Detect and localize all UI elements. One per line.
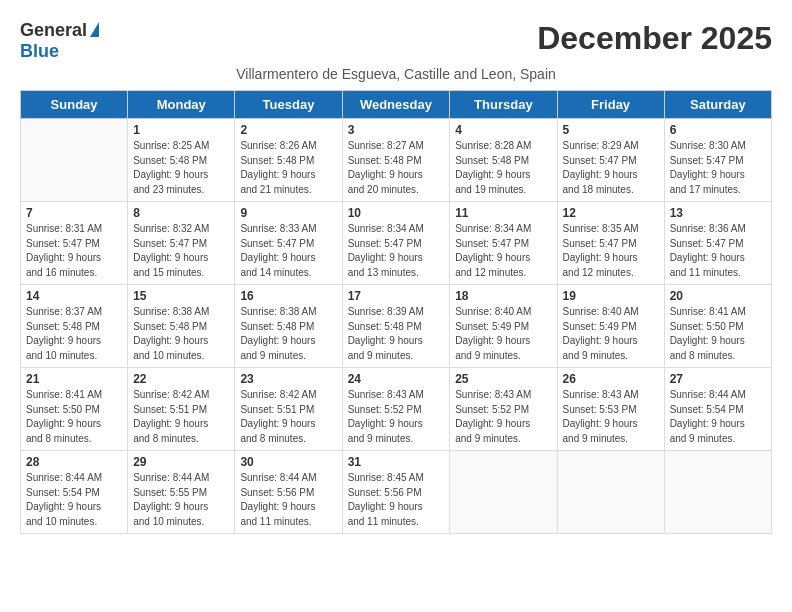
day-number: 2 bbox=[240, 123, 336, 137]
day-number: 1 bbox=[133, 123, 229, 137]
day-number: 12 bbox=[563, 206, 659, 220]
weekday-header-wednesday: Wednesday bbox=[342, 91, 450, 119]
calendar-cell: 21Sunrise: 8:41 AM Sunset: 5:50 PM Dayli… bbox=[21, 368, 128, 451]
calendar-cell: 26Sunrise: 8:43 AM Sunset: 5:53 PM Dayli… bbox=[557, 368, 664, 451]
day-number: 19 bbox=[563, 289, 659, 303]
day-number: 26 bbox=[563, 372, 659, 386]
location-subtitle: Villarmentero de Esgueva, Castille and L… bbox=[20, 66, 772, 82]
calendar-cell bbox=[557, 451, 664, 534]
day-info: Sunrise: 8:26 AM Sunset: 5:48 PM Dayligh… bbox=[240, 139, 336, 197]
day-info: Sunrise: 8:45 AM Sunset: 5:56 PM Dayligh… bbox=[348, 471, 445, 529]
day-number: 30 bbox=[240, 455, 336, 469]
day-number: 28 bbox=[26, 455, 122, 469]
calendar-cell: 18Sunrise: 8:40 AM Sunset: 5:49 PM Dayli… bbox=[450, 285, 557, 368]
weekday-header-saturday: Saturday bbox=[664, 91, 771, 119]
calendar-cell: 5Sunrise: 8:29 AM Sunset: 5:47 PM Daylig… bbox=[557, 119, 664, 202]
day-info: Sunrise: 8:41 AM Sunset: 5:50 PM Dayligh… bbox=[670, 305, 766, 363]
day-number: 13 bbox=[670, 206, 766, 220]
weekday-header-tuesday: Tuesday bbox=[235, 91, 342, 119]
day-number: 17 bbox=[348, 289, 445, 303]
day-info: Sunrise: 8:43 AM Sunset: 5:53 PM Dayligh… bbox=[563, 388, 659, 446]
day-number: 31 bbox=[348, 455, 445, 469]
calendar-cell: 31Sunrise: 8:45 AM Sunset: 5:56 PM Dayli… bbox=[342, 451, 450, 534]
weekday-header-thursday: Thursday bbox=[450, 91, 557, 119]
day-info: Sunrise: 8:43 AM Sunset: 5:52 PM Dayligh… bbox=[455, 388, 551, 446]
day-info: Sunrise: 8:44 AM Sunset: 5:54 PM Dayligh… bbox=[26, 471, 122, 529]
logo-triangle-icon bbox=[90, 22, 99, 37]
day-info: Sunrise: 8:33 AM Sunset: 5:47 PM Dayligh… bbox=[240, 222, 336, 280]
day-info: Sunrise: 8:34 AM Sunset: 5:47 PM Dayligh… bbox=[455, 222, 551, 280]
calendar-cell: 13Sunrise: 8:36 AM Sunset: 5:47 PM Dayli… bbox=[664, 202, 771, 285]
calendar-cell: 10Sunrise: 8:34 AM Sunset: 5:47 PM Dayli… bbox=[342, 202, 450, 285]
calendar-cell: 27Sunrise: 8:44 AM Sunset: 5:54 PM Dayli… bbox=[664, 368, 771, 451]
day-number: 9 bbox=[240, 206, 336, 220]
calendar-cell: 2Sunrise: 8:26 AM Sunset: 5:48 PM Daylig… bbox=[235, 119, 342, 202]
calendar-cell bbox=[21, 119, 128, 202]
day-info: Sunrise: 8:38 AM Sunset: 5:48 PM Dayligh… bbox=[240, 305, 336, 363]
calendar-cell: 4Sunrise: 8:28 AM Sunset: 5:48 PM Daylig… bbox=[450, 119, 557, 202]
day-info: Sunrise: 8:28 AM Sunset: 5:48 PM Dayligh… bbox=[455, 139, 551, 197]
day-number: 3 bbox=[348, 123, 445, 137]
day-info: Sunrise: 8:42 AM Sunset: 5:51 PM Dayligh… bbox=[240, 388, 336, 446]
day-info: Sunrise: 8:32 AM Sunset: 5:47 PM Dayligh… bbox=[133, 222, 229, 280]
day-info: Sunrise: 8:42 AM Sunset: 5:51 PM Dayligh… bbox=[133, 388, 229, 446]
day-info: Sunrise: 8:31 AM Sunset: 5:47 PM Dayligh… bbox=[26, 222, 122, 280]
day-number: 16 bbox=[240, 289, 336, 303]
day-number: 25 bbox=[455, 372, 551, 386]
day-info: Sunrise: 8:43 AM Sunset: 5:52 PM Dayligh… bbox=[348, 388, 445, 446]
day-number: 29 bbox=[133, 455, 229, 469]
calendar-cell: 15Sunrise: 8:38 AM Sunset: 5:48 PM Dayli… bbox=[128, 285, 235, 368]
day-info: Sunrise: 8:35 AM Sunset: 5:47 PM Dayligh… bbox=[563, 222, 659, 280]
calendar-cell: 8Sunrise: 8:32 AM Sunset: 5:47 PM Daylig… bbox=[128, 202, 235, 285]
calendar-cell: 17Sunrise: 8:39 AM Sunset: 5:48 PM Dayli… bbox=[342, 285, 450, 368]
day-number: 7 bbox=[26, 206, 122, 220]
calendar-cell: 28Sunrise: 8:44 AM Sunset: 5:54 PM Dayli… bbox=[21, 451, 128, 534]
day-info: Sunrise: 8:38 AM Sunset: 5:48 PM Dayligh… bbox=[133, 305, 229, 363]
day-number: 15 bbox=[133, 289, 229, 303]
day-info: Sunrise: 8:25 AM Sunset: 5:48 PM Dayligh… bbox=[133, 139, 229, 197]
day-number: 27 bbox=[670, 372, 766, 386]
day-info: Sunrise: 8:39 AM Sunset: 5:48 PM Dayligh… bbox=[348, 305, 445, 363]
day-info: Sunrise: 8:40 AM Sunset: 5:49 PM Dayligh… bbox=[563, 305, 659, 363]
logo-blue: Blue bbox=[20, 41, 99, 62]
calendar-cell: 25Sunrise: 8:43 AM Sunset: 5:52 PM Dayli… bbox=[450, 368, 557, 451]
logo: General Blue bbox=[20, 20, 99, 62]
day-info: Sunrise: 8:44 AM Sunset: 5:55 PM Dayligh… bbox=[133, 471, 229, 529]
calendar-cell: 9Sunrise: 8:33 AM Sunset: 5:47 PM Daylig… bbox=[235, 202, 342, 285]
calendar-cell: 20Sunrise: 8:41 AM Sunset: 5:50 PM Dayli… bbox=[664, 285, 771, 368]
calendar-cell: 30Sunrise: 8:44 AM Sunset: 5:56 PM Dayli… bbox=[235, 451, 342, 534]
day-number: 5 bbox=[563, 123, 659, 137]
calendar-cell: 22Sunrise: 8:42 AM Sunset: 5:51 PM Dayli… bbox=[128, 368, 235, 451]
weekday-header-friday: Friday bbox=[557, 91, 664, 119]
calendar-cell: 6Sunrise: 8:30 AM Sunset: 5:47 PM Daylig… bbox=[664, 119, 771, 202]
day-info: Sunrise: 8:37 AM Sunset: 5:48 PM Dayligh… bbox=[26, 305, 122, 363]
calendar-cell: 29Sunrise: 8:44 AM Sunset: 5:55 PM Dayli… bbox=[128, 451, 235, 534]
calendar-cell: 19Sunrise: 8:40 AM Sunset: 5:49 PM Dayli… bbox=[557, 285, 664, 368]
day-info: Sunrise: 8:27 AM Sunset: 5:48 PM Dayligh… bbox=[348, 139, 445, 197]
calendar-cell: 7Sunrise: 8:31 AM Sunset: 5:47 PM Daylig… bbox=[21, 202, 128, 285]
day-number: 11 bbox=[455, 206, 551, 220]
calendar-cell: 3Sunrise: 8:27 AM Sunset: 5:48 PM Daylig… bbox=[342, 119, 450, 202]
calendar-cell bbox=[450, 451, 557, 534]
weekday-header-monday: Monday bbox=[128, 91, 235, 119]
day-number: 22 bbox=[133, 372, 229, 386]
day-info: Sunrise: 8:44 AM Sunset: 5:56 PM Dayligh… bbox=[240, 471, 336, 529]
day-number: 18 bbox=[455, 289, 551, 303]
calendar-cell: 16Sunrise: 8:38 AM Sunset: 5:48 PM Dayli… bbox=[235, 285, 342, 368]
day-info: Sunrise: 8:29 AM Sunset: 5:47 PM Dayligh… bbox=[563, 139, 659, 197]
day-info: Sunrise: 8:36 AM Sunset: 5:47 PM Dayligh… bbox=[670, 222, 766, 280]
month-title: December 2025 bbox=[537, 20, 772, 57]
day-info: Sunrise: 8:34 AM Sunset: 5:47 PM Dayligh… bbox=[348, 222, 445, 280]
calendar-cell: 23Sunrise: 8:42 AM Sunset: 5:51 PM Dayli… bbox=[235, 368, 342, 451]
day-number: 21 bbox=[26, 372, 122, 386]
day-number: 4 bbox=[455, 123, 551, 137]
day-number: 23 bbox=[240, 372, 336, 386]
calendar-cell: 12Sunrise: 8:35 AM Sunset: 5:47 PM Dayli… bbox=[557, 202, 664, 285]
logo-general: General bbox=[20, 20, 87, 41]
calendar-table: SundayMondayTuesdayWednesdayThursdayFrid… bbox=[20, 90, 772, 534]
day-number: 10 bbox=[348, 206, 445, 220]
day-info: Sunrise: 8:41 AM Sunset: 5:50 PM Dayligh… bbox=[26, 388, 122, 446]
calendar-cell bbox=[664, 451, 771, 534]
day-info: Sunrise: 8:40 AM Sunset: 5:49 PM Dayligh… bbox=[455, 305, 551, 363]
day-info: Sunrise: 8:44 AM Sunset: 5:54 PM Dayligh… bbox=[670, 388, 766, 446]
